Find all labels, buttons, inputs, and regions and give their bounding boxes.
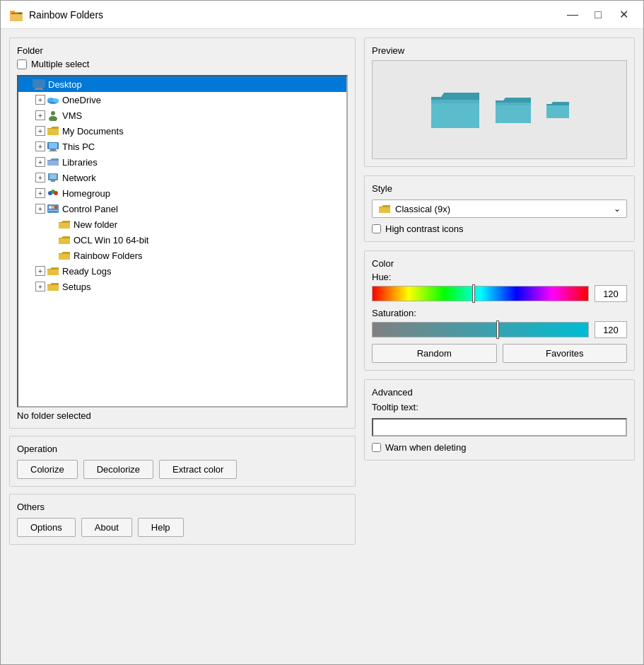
others-buttons: Options About Help [17,518,348,537]
setups-icon [47,280,59,293]
high-contrast-checkbox[interactable] [372,224,381,233]
expand-mydocs[interactable]: + [35,126,45,136]
preview-folder-large [430,87,481,132]
preview-label: Preview [372,45,627,56]
tree-item-readylogs[interactable]: + Ready Logs [18,263,346,279]
tree-item-thispc[interactable]: + This PC [18,139,346,154]
others-section: Others Options About Help [9,494,356,545]
hue-bar[interactable] [372,286,589,301]
extract-color-button[interactable]: Extract color [159,460,237,479]
expand-controlpanel[interactable]: + [35,204,45,214]
expand-network[interactable]: + [35,173,45,183]
expand-onedrive[interactable]: + [35,95,45,105]
tooltip-input[interactable] [372,418,627,436]
main-content: Folder Multiple select Desktop [1,29,643,664]
left-panel: Folder Multiple select Desktop [9,37,356,656]
tree-item-libraries[interactable]: + Libraries [18,154,346,170]
colorize-button[interactable]: Colorize [17,460,78,479]
style-label: Style [372,183,627,194]
style-dropdown-left: Classical (9x) [378,203,450,214]
hue-label: Hue: [372,272,627,282]
tree-item-desktop[interactable]: Desktop [18,76,346,92]
multiple-select-checkbox[interactable] [17,59,27,69]
tree-item-rainbow[interactable]: Rainbow Folders [18,248,346,263]
svg-rect-5 [18,13,22,14]
saturation-bar[interactable] [372,322,589,337]
title-bar: Rainbow Folders — □ ✕ [1,1,643,29]
svg-rect-30 [431,100,479,103]
expand-libraries[interactable]: + [35,157,45,167]
color-label: Color [372,258,627,269]
svg-rect-29 [431,100,479,128]
warn-delete-checkbox[interactable] [372,443,381,452]
style-selected-text: Classical (9x) [395,204,450,214]
expand-setups[interactable]: + [35,282,45,291]
oclwin-icon [58,233,71,246]
expand-homegroup[interactable]: + [35,188,45,198]
color-buttons: Random Favorites [372,344,627,363]
main-window: Rainbow Folders — □ ✕ Folder Multiple se… [0,0,644,665]
operation-section: Operation Colorize Decolorize Extract co… [9,436,356,487]
no-folder-text: No folder selected [17,410,348,421]
newfolder-icon [58,218,71,231]
tree-item-controlpanel[interactable]: + Control Panel [18,201,346,216]
about-button[interactable]: About [81,518,132,537]
tree-item-onedrive[interactable]: + OneDrive [18,92,346,108]
maximize-button[interactable]: □ [587,5,609,25]
high-contrast-label: High contrast icons [385,224,464,234]
preview-folder-small [546,99,570,120]
tree-item-newfolder-label: New folder [74,219,117,230]
options-button[interactable]: Options [17,518,76,537]
close-button[interactable]: ✕ [612,5,635,25]
readylogs-icon [47,265,59,277]
rainbow-icon [58,249,71,262]
color-section: Color Hue: 120 Saturation: 120 Rando [364,250,635,371]
multiple-select-label: Multiple select [31,59,89,69]
favorites-button[interactable]: Favorites [503,344,628,363]
title-controls: — □ ✕ [561,5,635,25]
svg-point-11 [53,98,59,103]
random-button[interactable]: Random [372,344,497,363]
folder-label: Folder [17,45,348,56]
svg-point-27 [54,206,57,209]
expand-readylogs[interactable]: + [35,266,45,276]
hue-thumb [472,284,475,303]
svg-rect-28 [48,210,58,211]
tree-item-desktop-label: Desktop [48,79,82,90]
expand-vms[interactable]: + [35,110,45,120]
app-icon [9,8,23,22]
tree-item-oclwin[interactable]: OCL Win 10 64-bit [18,232,346,248]
help-button[interactable]: Help [138,518,184,537]
saturation-value[interactable]: 120 [595,321,627,338]
hue-slider-row: 120 [372,285,627,302]
preview-section: Preview [364,37,635,167]
svg-rect-3 [11,13,15,14]
tree-item-homegroup[interactable]: + Homegroup [18,185,346,201]
expand-thispc[interactable]: + [35,141,45,151]
tree-item-setups[interactable]: + Setups [18,279,346,294]
minimize-button[interactable]: — [561,5,584,25]
tree-item-libraries-label: Libraries [62,157,98,168]
others-label: Others [17,502,348,512]
tree-item-network-label: Network [62,173,96,183]
high-contrast-row: High contrast icons [372,224,627,234]
tree-item-vms[interactable]: + VMS [18,108,346,123]
tree-item-mydocs[interactable]: + My Documents [18,123,346,139]
tree-item-newfolder[interactable]: New folder [18,216,346,232]
svg-point-13 [49,116,57,121]
tree-item-setups-label: Setups [62,282,90,292]
tree-item-network[interactable]: + Network [18,170,346,185]
svg-rect-15 [49,143,57,149]
style-dropdown[interactable]: Classical (9x) ⌄ [372,200,627,218]
svg-rect-4 [15,13,18,14]
hue-value[interactable]: 120 [595,285,627,302]
svg-rect-19 [49,174,57,179]
folder-tree[interactable]: Desktop + OneDrive + [17,75,348,407]
svg-rect-32 [496,103,531,105]
desktop-icon [33,78,45,91]
window-title: Rainbow Folders [29,9,103,21]
decolorize-button[interactable]: Decolorize [83,460,153,479]
tooltip-label: Tooltip text: [372,402,627,412]
saturation-thumb [496,320,499,339]
tree-item-oclwin-label: OCL Win 10 64-bit [74,235,148,245]
